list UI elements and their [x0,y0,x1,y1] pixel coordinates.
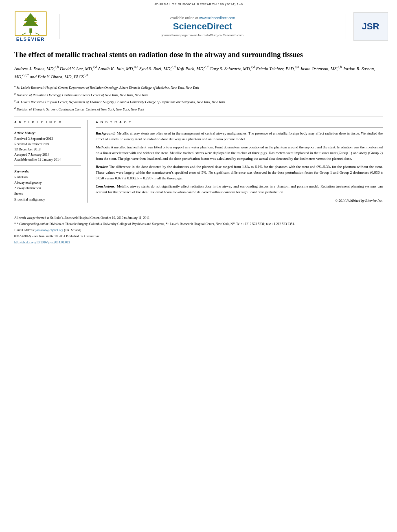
article-info-column: A R T I C L E I N F O Article history: R… [14,120,88,202]
jsr-logo-section: JSR [350,12,391,41]
affiliation-b: b Division of Radiation Oncology, Contin… [14,92,383,98]
svg-line-4 [22,33,26,35]
results-label: Results: [96,165,108,169]
two-column-section: A R T I C L E I N F O Article history: R… [14,120,383,202]
abstract-heading: A B S T R A C T [96,120,383,124]
keyword-4: Stents [14,191,81,197]
corresponding-label: * Corresponding author. [17,222,49,226]
conclusions-text: Metallic airway stents do not significan… [96,184,383,194]
elsevier-tree-icon [13,11,48,36]
affiliations: a St. Luke's-Roosevelt Hospital Center, … [14,84,383,112]
elsevier-name: ELSEVIER [16,37,45,42]
elsevier-logo-section: ELSEVIER [6,11,55,42]
svg-marker-3 [23,17,38,26]
sciencedirect-section: Available online at www.sciencedirect.co… [59,14,346,39]
section-divider [14,117,383,117]
revised-date: 13 December 2013 [14,147,81,152]
keywords-label: Keywords: [14,169,81,173]
keywords-divider [14,166,81,166]
abstract-text: Background: Metallic airway stents are o… [96,131,383,195]
doi-link[interactable]: http://dx.doi.org/10.1016/j.jss.2014.01.… [14,241,70,244]
svg-line-6 [35,33,39,35]
email-label: E-mail address: [14,228,35,232]
svg-point-7 [25,18,27,20]
footnotes-section: All work was performed at St. Luke's–Roo… [14,213,383,245]
corresponding-text: Division of Thoracic Surgery, Columbia U… [50,222,295,226]
revised-label: Received in revised form [14,141,81,147]
keyword-3: Airway obstruction [14,185,81,191]
available-online-date: Available online 12 January 2014 [14,157,81,162]
svg-rect-1 [29,29,32,33]
email-note: E-mail address: josasson@chpnet.org (J.R… [14,228,383,233]
journal-name: Journal of Surgical Research 189 (2014) … [154,2,243,6]
copyright-line: © 2014 Published by Elsevier Inc. [96,199,383,203]
history-dates: Received 3 September 2013 Received in re… [14,136,81,162]
header: ELSEVIER Available online at www.science… [0,8,397,45]
journal-info-bar: Journal of Surgical Research 189 (2014) … [0,0,397,8]
background-label: Background: [96,131,116,135]
affiliation-a: a St. Luke's-Roosevelt Hospital Center, … [14,84,383,91]
keyword-5: Bronchial malignancy [14,197,81,203]
affiliation-d: d Division of Thoracic Surgery, Continuu… [14,106,383,112]
methods-text: A metallic tracheal stent was fitted ont… [96,145,383,161]
sciencedirect-url-link[interactable]: www.sciencedirect.com [199,16,235,20]
jsr-logo: JSR [353,12,388,41]
abstract-conclusions: Conclusions: Metallic airway stents do n… [96,184,383,195]
abstract-results: Results: The difference in the dose dete… [96,164,383,181]
results-text: The difference in the dose detected by t… [96,165,383,180]
affiliation-c: c St. Luke's-Roosevelt Hospital Center, … [14,99,383,105]
svg-point-9 [24,23,26,24]
doi-note: http://dx.doi.org/10.1016/j.jss.2014.01.… [14,240,383,245]
received-date: Received 3 September 2013 [14,136,81,141]
article-title: The effect of metallic tracheal stents o… [14,50,383,60]
corresponding-author: * * Corresponding author. Division of Th… [14,222,383,227]
page-wrapper: Journal of Surgical Research 189 (2014) … [0,0,397,532]
issn-note: 0022-4804/$ – see front matter © 2014 Pu… [14,234,383,239]
accepted-date: Accepted 7 January 2014 [14,152,81,157]
methods-label: Methods: [96,145,110,149]
abstract-background: Background: Metallic airway stents are o… [96,131,383,142]
history-label: Article history: [14,131,81,135]
keywords-list: Radiation Airway malignancy Airway obstr… [14,174,81,202]
article-info-heading: A R T I C L E I N F O [14,120,81,124]
main-content: The effect of metallic tracheal stents o… [0,45,397,207]
abstract-divider [96,127,383,128]
email-link[interactable]: josasson@chpnet.org [35,228,63,232]
article-info-divider [14,127,81,128]
available-online-text: Available online at www.sciencedirect.co… [68,16,338,20]
journal-homepage-text: journal homepage: www.JournalofSurgicalR… [68,33,338,37]
abstract-methods: Methods: A metallic tracheal stent was f… [96,145,383,162]
conclusions-label: Conclusions: [96,184,116,188]
svg-point-8 [34,18,36,19]
abstract-column: A B S T R A C T Background: Metallic air… [96,120,383,202]
email-name: (J.R. Sasson). [64,228,82,232]
elsevier-logo: ELSEVIER [6,11,55,42]
sciencedirect-title: ScienceDirect [68,21,338,32]
background-text: Metallic airway stents are often used in… [96,131,383,141]
keyword-1: Radiation [14,174,81,180]
svg-point-10 [35,22,37,24]
authors: Andrew J. Evans, MD,a,b David Y. Lee, MD… [14,64,383,80]
keyword-2: Airway malignancy [14,180,81,186]
work-note: All work was performed at St. Luke's–Roo… [14,216,383,221]
